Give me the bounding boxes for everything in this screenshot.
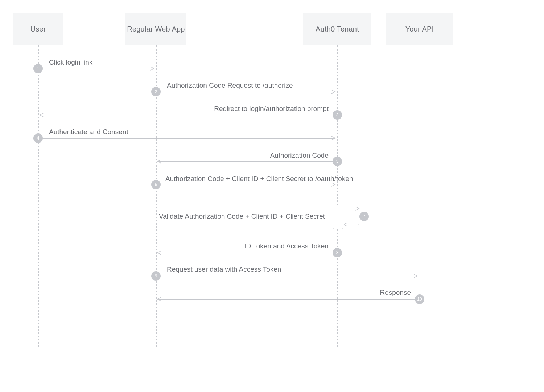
step-9-arrow: [160, 276, 418, 276]
step-2-arrow: [160, 92, 335, 92]
lifeline-user: [38, 45, 39, 347]
step-7-label: Validate Authorization Code + Client ID …: [159, 212, 325, 221]
step-4-badge: 4: [33, 133, 43, 143]
step-7-badge: 7: [359, 212, 369, 221]
step-1-label: Click login link: [49, 58, 92, 67]
actor-tenant: Auth0 Tenant: [303, 13, 371, 45]
step-1-arrow: [42, 69, 154, 69]
step-6-label: Authorization Code + Client ID + Client …: [165, 175, 353, 183]
step-4-label: Authenticate and Consent: [49, 128, 128, 136]
step-3-arrow: [40, 115, 334, 115]
step-9-badge: 9: [151, 271, 161, 281]
step-8-arrow: [158, 253, 334, 253]
step-7-arrowhead-in: [344, 223, 348, 227]
step-10-arrow: [158, 299, 416, 300]
step-4-arrow: [42, 138, 335, 139]
step-8-badge: 8: [333, 248, 342, 257]
step-6-arrow: [160, 185, 335, 185]
step-8-label: ID Token and Access Token: [244, 242, 329, 251]
step-3-label: Redirect to login/authorization prompt: [214, 105, 329, 113]
step-3-badge: 3: [333, 110, 342, 120]
step-9-label: Request user data with Access Token: [167, 265, 281, 274]
step-5-label: Authorization Code: [270, 152, 329, 160]
step-5-arrow: [158, 161, 334, 162]
actor-api: Your API: [386, 13, 453, 45]
step-5-badge: 5: [333, 157, 342, 166]
step-6-badge: 6: [151, 180, 161, 189]
step-7-arrowhead-out: [355, 207, 360, 211]
step-2-label: Authorization Code Request to /authorize: [167, 82, 293, 90]
lifeline-tenant: [337, 45, 338, 347]
step-1-badge: 1: [33, 64, 43, 73]
actor-app: Regular Web App: [125, 13, 186, 45]
actor-user: User: [13, 13, 63, 45]
step-2-badge: 2: [151, 87, 161, 96]
step-10-badge: 10: [415, 294, 424, 304]
step-10-label: Response: [380, 289, 411, 297]
step-7-activation: [333, 205, 343, 229]
